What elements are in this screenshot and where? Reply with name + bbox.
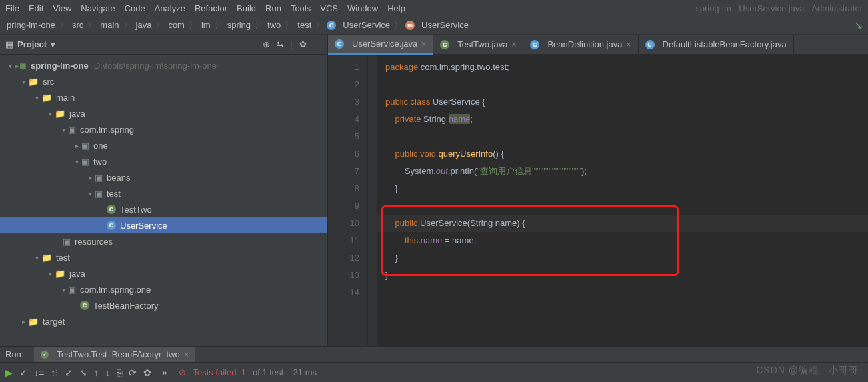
fail-icon: ⊘ [179, 367, 186, 377]
tree-root[interactable]: ▾▸◼spring-lm-oneD:\tools\spring-lm\sprin… [0, 57, 327, 73]
sort-icon[interactable]: ↓≡ [34, 367, 44, 378]
crumb[interactable]: spring [226, 20, 252, 30]
tree-testbeanfactory[interactable]: CTestBeanFactory [0, 297, 327, 313]
crumb[interactable]: UserService [341, 20, 391, 30]
expand-icon[interactable]: ⤢ [65, 367, 73, 378]
filter-icon[interactable]: ↕⁝ [51, 367, 58, 378]
tree-testtwo[interactable]: CTestTwo [0, 201, 327, 217]
watermark: CSDN @编程、小哥哥 [756, 365, 859, 377]
menu-analyze[interactable]: Analyze [155, 3, 185, 13]
tree-resources[interactable]: ▣resources [0, 233, 327, 249]
menu-tools[interactable]: Tools [291, 3, 311, 13]
crumb[interactable]: UserService [420, 20, 470, 30]
build-icon[interactable]: ↘ [854, 19, 863, 31]
tree-target[interactable]: ▸📁target [0, 313, 327, 329]
fold-column[interactable] [368, 55, 377, 346]
crumb[interactable]: src [71, 20, 85, 30]
tree-src[interactable]: ▾📁src [0, 73, 327, 89]
divider: | [291, 39, 293, 49]
crumb[interactable]: main [99, 20, 120, 30]
expand-icon[interactable]: ⇆ [277, 39, 284, 49]
menu-window[interactable]: Window [347, 3, 378, 13]
tree-pkg2[interactable]: ▾▣com.lm.spring.one [0, 281, 327, 297]
menu-refactor[interactable]: Refactor [195, 3, 227, 13]
tree-beans[interactable]: ▸▣beans [0, 169, 327, 185]
project-sidebar: ▦ Project ▾ ⊕ ⇆ | ✿ — ▾▸◼spring-lm-oneD:… [0, 35, 328, 346]
class-icon: C [327, 21, 336, 30]
project-tree: ▾▸◼spring-lm-oneD:\tools\spring-lm\sprin… [0, 55, 327, 346]
project-tool-icon[interactable]: ▦ [5, 39, 13, 49]
main-menu: File Edit View Navigate Code Analyze Ref… [0, 0, 868, 16]
history-icon[interactable]: ⟳ [129, 367, 137, 378]
menu-file[interactable]: File [5, 3, 19, 13]
crumb[interactable]: pring-lm-one [5, 20, 57, 30]
tab-testtwo[interactable]: CTestTwo.java× [433, 35, 523, 55]
breadcrumb: pring-lm-one〉 src〉 main〉 java〉 com〉 lm〉 … [0, 16, 868, 35]
window-title: spring-lm - UserService.java - Administr… [695, 3, 863, 13]
run-label: Run: [5, 349, 23, 359]
code-area[interactable]: 123 456 789 101112 1314 package com.lm.s… [328, 55, 868, 346]
locate-icon[interactable]: ⊕ [263, 39, 270, 49]
menu-navigate[interactable]: Navigate [81, 3, 115, 13]
run-tab[interactable]: ✓ TestTwo.Test_BeanFAcotyr_two × [34, 347, 195, 362]
run-panel-header: Run: ✓ TestTwo.Test_BeanFAcotyr_two × [0, 346, 868, 362]
close-icon[interactable]: × [421, 39, 426, 49]
check-icon[interactable]: ✓ [19, 367, 27, 378]
settings-icon[interactable]: ✿ [299, 39, 307, 49]
tests-summary: of 1 test – 21 ms [253, 367, 317, 377]
menu-help[interactable]: Help [387, 3, 405, 13]
menu-code[interactable]: Code [125, 3, 145, 13]
tree-two[interactable]: ▾▣two [0, 153, 327, 169]
tree-userservice[interactable]: CUserService [0, 217, 327, 233]
close-icon[interactable]: × [184, 349, 189, 359]
code-content[interactable]: package com.lm.spring.two.test; public c… [377, 55, 868, 346]
run-toolbar: ▶ ✓ ↓≡ ↕⁝ ⤢ ⤡ ↑ ↓ ⎘ ⟳ ✿ » ⊘ Tests failed… [0, 362, 868, 382]
tree-test[interactable]: ▾▣test [0, 185, 327, 201]
tree-java2[interactable]: ▾📁java [0, 265, 327, 281]
tree-pkg1[interactable]: ▾▣com.lm.spring [0, 121, 327, 137]
tree-java[interactable]: ▾📁java [0, 105, 327, 121]
crumb[interactable]: test [296, 20, 313, 30]
gutter: 123 456 789 101112 1314 [328, 55, 368, 346]
editor-tabs: CUserService.java× CTestTwo.java× CBeanD… [328, 35, 868, 55]
menu-vcs[interactable]: VCS [320, 3, 338, 13]
tree-one[interactable]: ▸▣one [0, 137, 327, 153]
crumb[interactable]: lm [200, 20, 212, 30]
tab-beandefinition[interactable]: CBeanDefinition.java× [523, 35, 638, 55]
collapse-icon[interactable]: ⤡ [79, 367, 87, 378]
method-icon: m [405, 21, 415, 30]
project-title[interactable]: Project ▾ [17, 39, 55, 49]
editor: CUserService.java× CTestTwo.java× CBeanD… [328, 35, 868, 346]
tree-test2[interactable]: ▾📁test [0, 249, 327, 265]
settings-icon[interactable]: ✿ [143, 367, 151, 378]
crumb[interactable]: com [167, 20, 186, 30]
run-icon[interactable]: ▶ [5, 367, 13, 378]
minimize-icon[interactable]: — [313, 39, 322, 49]
next-icon[interactable]: ↓ [105, 367, 110, 378]
tab-userservice[interactable]: CUserService.java× [328, 35, 433, 55]
tab-defaultlistable[interactable]: CDefaultListableBeanFactory.java [639, 35, 794, 55]
close-icon[interactable]: × [511, 40, 516, 49]
tests-failed: Tests failed: 1 [193, 367, 246, 377]
close-icon[interactable]: × [626, 40, 631, 49]
menu-edit[interactable]: Edit [29, 3, 43, 13]
prev-icon[interactable]: ↑ [94, 367, 99, 378]
menu-view[interactable]: View [53, 3, 71, 13]
menu-run[interactable]: Run [265, 3, 281, 13]
crumb[interactable]: java [135, 20, 153, 30]
menu-build[interactable]: Build [237, 3, 256, 13]
tree-main[interactable]: ▾📁main [0, 89, 327, 105]
export-icon[interactable]: ⎘ [117, 367, 122, 378]
crumb[interactable]: two [266, 20, 282, 30]
